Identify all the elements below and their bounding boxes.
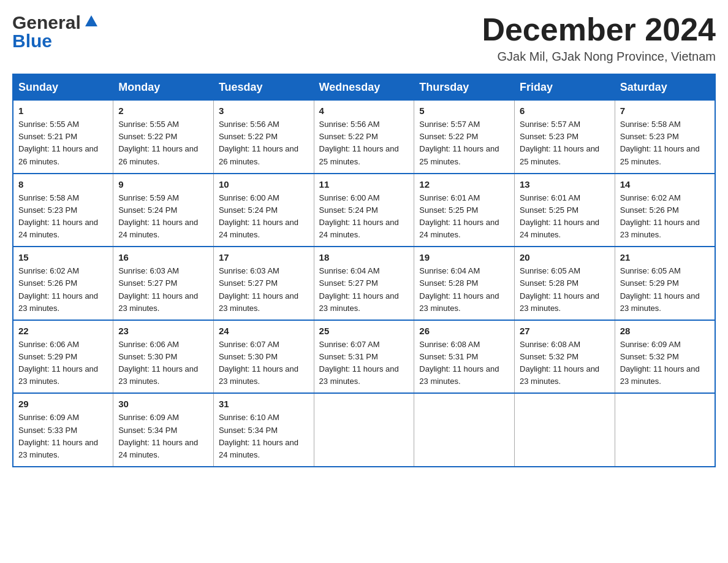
table-row: 19Sunrise: 6:04 AMSunset: 5:28 PMDayligh… xyxy=(414,247,515,320)
day-info: Sunrise: 6:07 AMSunset: 5:31 PMDaylight:… xyxy=(319,339,409,388)
header-thursday: Thursday xyxy=(414,74,515,101)
day-number: 4 xyxy=(319,105,409,116)
day-info: Sunrise: 6:09 AMSunset: 5:32 PMDaylight:… xyxy=(620,339,710,388)
table-row: 12Sunrise: 6:01 AMSunset: 5:25 PMDayligh… xyxy=(414,174,515,247)
table-row xyxy=(615,393,715,467)
calendar-week-row: 22Sunrise: 6:06 AMSunset: 5:29 PMDayligh… xyxy=(13,320,715,394)
day-info: Sunrise: 6:02 AMSunset: 5:26 PMDaylight:… xyxy=(620,192,710,242)
day-number: 28 xyxy=(620,326,710,336)
day-info: Sunrise: 6:06 AMSunset: 5:29 PMDaylight:… xyxy=(18,339,108,388)
table-row: 14Sunrise: 6:02 AMSunset: 5:26 PMDayligh… xyxy=(615,174,715,247)
month-title: December 2024 xyxy=(482,12,716,47)
day-info: Sunrise: 6:01 AMSunset: 5:25 PMDaylight:… xyxy=(520,192,610,242)
table-row: 30Sunrise: 6:09 AMSunset: 5:34 PMDayligh… xyxy=(113,393,214,467)
day-info: Sunrise: 5:56 AMSunset: 5:22 PMDaylight:… xyxy=(219,118,309,168)
table-row: 16Sunrise: 6:03 AMSunset: 5:27 PMDayligh… xyxy=(113,247,214,320)
table-row: 18Sunrise: 6:04 AMSunset: 5:27 PMDayligh… xyxy=(314,247,414,320)
calendar-header-row: Sunday Monday Tuesday Wednesday Thursday… xyxy=(13,74,715,101)
day-info: Sunrise: 6:01 AMSunset: 5:25 PMDaylight:… xyxy=(419,192,509,242)
day-info: Sunrise: 6:00 AMSunset: 5:24 PMDaylight:… xyxy=(319,192,409,242)
table-row: 24Sunrise: 6:07 AMSunset: 5:30 PMDayligh… xyxy=(213,320,314,394)
table-row: 3Sunrise: 5:56 AMSunset: 5:22 PMDaylight… xyxy=(213,101,314,174)
table-row: 8Sunrise: 5:58 AMSunset: 5:23 PMDaylight… xyxy=(13,174,113,247)
table-row xyxy=(414,393,515,467)
header-tuesday: Tuesday xyxy=(213,74,314,101)
calendar-week-row: 8Sunrise: 5:58 AMSunset: 5:23 PMDaylight… xyxy=(13,174,715,247)
location: GJak Mil, GJak Nong Province, Vietnam xyxy=(482,50,716,64)
svg-marker-0 xyxy=(85,15,97,26)
table-row: 23Sunrise: 6:06 AMSunset: 5:30 PMDayligh… xyxy=(113,320,214,394)
table-row: 29Sunrise: 6:09 AMSunset: 5:33 PMDayligh… xyxy=(13,393,113,467)
day-number: 15 xyxy=(18,252,108,262)
table-row: 7Sunrise: 5:58 AMSunset: 5:23 PMDaylight… xyxy=(615,101,715,174)
page-header: General Blue December 2024 GJak Mil, GJa… xyxy=(12,12,716,64)
day-info: Sunrise: 6:08 AMSunset: 5:31 PMDaylight:… xyxy=(419,339,509,388)
header-monday: Monday xyxy=(113,74,214,101)
table-row: 20Sunrise: 6:05 AMSunset: 5:28 PMDayligh… xyxy=(515,247,615,320)
table-row: 27Sunrise: 6:08 AMSunset: 5:32 PMDayligh… xyxy=(515,320,615,394)
table-row: 28Sunrise: 6:09 AMSunset: 5:32 PMDayligh… xyxy=(615,320,715,394)
table-row: 21Sunrise: 6:05 AMSunset: 5:29 PMDayligh… xyxy=(615,247,715,320)
day-number: 1 xyxy=(18,105,108,116)
day-info: Sunrise: 6:04 AMSunset: 5:28 PMDaylight:… xyxy=(419,265,509,315)
table-row: 2Sunrise: 5:55 AMSunset: 5:22 PMDaylight… xyxy=(113,101,214,174)
day-number: 7 xyxy=(620,105,710,116)
table-row xyxy=(515,393,615,467)
day-number: 22 xyxy=(18,326,108,336)
day-number: 2 xyxy=(118,105,208,116)
day-info: Sunrise: 6:10 AMSunset: 5:34 PMDaylight:… xyxy=(219,412,309,461)
day-number: 24 xyxy=(219,326,309,336)
day-number: 29 xyxy=(18,399,108,409)
day-number: 23 xyxy=(118,326,208,336)
day-info: Sunrise: 6:07 AMSunset: 5:30 PMDaylight:… xyxy=(219,339,309,388)
day-info: Sunrise: 5:57 AMSunset: 5:23 PMDaylight:… xyxy=(520,118,610,168)
table-row: 10Sunrise: 6:00 AMSunset: 5:24 PMDayligh… xyxy=(213,174,314,247)
day-number: 6 xyxy=(520,105,610,116)
day-info: Sunrise: 6:05 AMSunset: 5:29 PMDaylight:… xyxy=(620,265,710,315)
day-number: 30 xyxy=(118,399,208,409)
calendar-week-row: 29Sunrise: 6:09 AMSunset: 5:33 PMDayligh… xyxy=(13,393,715,467)
day-info: Sunrise: 6:09 AMSunset: 5:33 PMDaylight:… xyxy=(18,412,108,461)
calendar-week-row: 15Sunrise: 6:02 AMSunset: 5:26 PMDayligh… xyxy=(13,247,715,320)
day-info: Sunrise: 5:58 AMSunset: 5:23 PMDaylight:… xyxy=(18,192,108,242)
table-row: 22Sunrise: 6:06 AMSunset: 5:29 PMDayligh… xyxy=(13,320,113,394)
header-wednesday: Wednesday xyxy=(314,74,414,101)
table-row: 31Sunrise: 6:10 AMSunset: 5:34 PMDayligh… xyxy=(213,393,314,467)
day-info: Sunrise: 6:06 AMSunset: 5:30 PMDaylight:… xyxy=(118,339,208,388)
day-info: Sunrise: 6:08 AMSunset: 5:32 PMDaylight:… xyxy=(520,339,610,388)
day-number: 5 xyxy=(419,105,509,116)
logo-general: General xyxy=(12,12,81,33)
day-info: Sunrise: 5:58 AMSunset: 5:23 PMDaylight:… xyxy=(620,118,710,168)
table-row: 6Sunrise: 5:57 AMSunset: 5:23 PMDaylight… xyxy=(515,101,615,174)
table-row: 13Sunrise: 6:01 AMSunset: 5:25 PMDayligh… xyxy=(515,174,615,247)
calendar-table: Sunday Monday Tuesday Wednesday Thursday… xyxy=(12,74,716,467)
header-sunday: Sunday xyxy=(13,74,113,101)
day-info: Sunrise: 6:03 AMSunset: 5:27 PMDaylight:… xyxy=(219,265,309,315)
logo-triangle-icon xyxy=(83,12,100,29)
table-row: 25Sunrise: 6:07 AMSunset: 5:31 PMDayligh… xyxy=(314,320,414,394)
day-info: Sunrise: 5:55 AMSunset: 5:22 PMDaylight:… xyxy=(118,118,208,168)
header-friday: Friday xyxy=(515,74,615,101)
day-info: Sunrise: 6:04 AMSunset: 5:27 PMDaylight:… xyxy=(319,265,409,315)
day-number: 10 xyxy=(219,179,309,190)
title-block: December 2024 GJak Mil, GJak Nong Provin… xyxy=(482,12,716,64)
table-row: 26Sunrise: 6:08 AMSunset: 5:31 PMDayligh… xyxy=(414,320,515,394)
day-info: Sunrise: 5:57 AMSunset: 5:22 PMDaylight:… xyxy=(419,118,509,168)
day-number: 13 xyxy=(520,179,610,190)
day-number: 31 xyxy=(219,399,309,409)
day-number: 14 xyxy=(620,179,710,190)
table-row: 9Sunrise: 5:59 AMSunset: 5:24 PMDaylight… xyxy=(113,174,214,247)
day-number: 25 xyxy=(319,326,409,336)
day-number: 11 xyxy=(319,179,409,190)
calendar-week-row: 1Sunrise: 5:55 AMSunset: 5:21 PMDaylight… xyxy=(13,101,715,174)
day-number: 26 xyxy=(419,326,509,336)
day-number: 19 xyxy=(419,252,509,262)
day-number: 12 xyxy=(419,179,509,190)
day-info: Sunrise: 6:02 AMSunset: 5:26 PMDaylight:… xyxy=(18,265,108,315)
day-number: 3 xyxy=(219,105,309,116)
logo-blue: Blue xyxy=(12,31,52,52)
day-info: Sunrise: 6:05 AMSunset: 5:28 PMDaylight:… xyxy=(520,265,610,315)
table-row: 1Sunrise: 5:55 AMSunset: 5:21 PMDaylight… xyxy=(13,101,113,174)
header-saturday: Saturday xyxy=(615,74,715,101)
day-number: 20 xyxy=(520,252,610,262)
